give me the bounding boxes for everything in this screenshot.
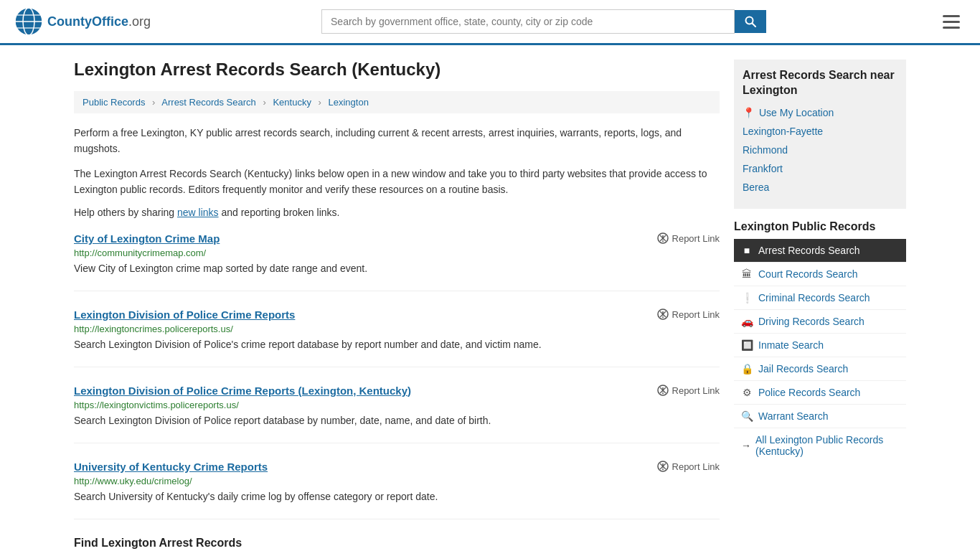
help-text-suffix: and reporting broken links. — [219, 207, 340, 218]
breadcrumb-public-records[interactable]: Public Records — [83, 97, 145, 108]
result-title-link[interactable]: University of Kentucky Crime Reports — [74, 461, 268, 473]
nearby-section: Arrest Records Search near Lexington 📍 U… — [734, 60, 906, 209]
report-link-button[interactable]: Report Link — [657, 461, 720, 472]
sidebar-record-item[interactable]: 🔍 Warrant Search — [734, 405, 906, 428]
result-title-row: Lexington Division of Police Crime Repor… — [74, 309, 720, 321]
record-link[interactable]: Criminal Records Search — [758, 292, 870, 303]
result-item: University of Kentucky Crime Reports Rep… — [74, 461, 720, 519]
sidebar-record-item[interactable]: 🚗 Driving Records Search — [734, 310, 906, 334]
page-title: Lexington Arrest Records Search (Kentuck… — [74, 60, 720, 80]
search-area — [321, 9, 766, 34]
breadcrumb-arrest-records[interactable]: Arrest Records Search — [161, 97, 256, 108]
record-label: Arrest Records Search — [758, 245, 860, 256]
sidebar-record-item[interactable]: ⚙ Police Records Search — [734, 381, 906, 405]
result-item: City of Lexington Crime Map Report Link … — [74, 232, 720, 291]
public-records-section: Lexington Public Records ■ Arrest Record… — [734, 220, 906, 463]
record-link[interactable]: Jail Records Search — [758, 363, 848, 375]
result-description: View City of Lexington crime map sorted … — [74, 261, 720, 276]
report-link-button[interactable]: Report Link — [657, 385, 720, 396]
record-icon: 🔒 — [741, 363, 753, 375]
help-text-prefix: Help others by sharing — [74, 207, 177, 218]
result-item: Lexington Division of Police Crime Repor… — [74, 385, 720, 443]
all-records-link[interactable]: All Lexington Public Records (Kentucky) — [755, 434, 899, 457]
menu-line-3 — [943, 27, 960, 29]
sidebar-record-item[interactable]: ❕ Criminal Records Search — [734, 286, 906, 310]
svg-point-16 — [662, 392, 664, 394]
sidebar-record-item[interactable]: ■ Arrest Records Search — [734, 239, 906, 263]
result-title-link[interactable]: Lexington Division of Police Crime Repor… — [74, 385, 411, 397]
breadcrumb-kentucky[interactable]: Kentucky — [273, 97, 311, 108]
report-link-button[interactable]: Report Link — [657, 309, 720, 320]
use-my-location-item[interactable]: 📍 Use My Location — [743, 107, 897, 118]
record-link[interactable]: Driving Records Search — [758, 316, 864, 327]
sidebar-record-item[interactable]: 🔲 Inmate Search — [734, 334, 906, 357]
result-url: https://lexingtonvictims.policereports.u… — [74, 400, 720, 410]
record-link[interactable]: Warrant Search — [758, 410, 829, 422]
find-section-title: Find Lexington Arrest Records — [74, 537, 720, 550]
record-link[interactable]: Police Records Search — [758, 387, 860, 398]
results-list: City of Lexington Crime Map Report Link … — [74, 232, 720, 519]
svg-point-13 — [662, 316, 664, 318]
record-icon: ❕ — [741, 292, 753, 303]
breadcrumb: Public Records › Arrest Records Search ›… — [74, 91, 720, 113]
intro-text: Perform a free Lexington, KY public arre… — [74, 125, 720, 157]
record-link[interactable]: Court Records Search — [758, 268, 858, 280]
result-description: Search Lexington Division of Police's cr… — [74, 337, 720, 352]
record-icon: 🔍 — [741, 410, 753, 422]
intro-text2: The Lexington Arrest Records Search (Ken… — [74, 166, 720, 198]
result-title-row: University of Kentucky Crime Reports Rep… — [74, 461, 720, 473]
svg-point-19 — [662, 468, 664, 470]
nearby-city-item: Frankfort — [743, 163, 897, 174]
sidebar-record-item[interactable]: 🏛 Court Records Search — [734, 263, 906, 286]
result-url: http://www.uky.edu/crimelog/ — [74, 476, 720, 486]
search-button[interactable] — [735, 10, 766, 33]
result-title-link[interactable]: City of Lexington Crime Map — [74, 232, 220, 245]
nearby-city-item: Lexington-Fayette — [743, 126, 897, 137]
menu-button[interactable] — [937, 12, 966, 32]
menu-line-1 — [943, 15, 960, 17]
location-dot-icon: 📍 — [743, 107, 755, 118]
record-icon: 🏛 — [741, 268, 753, 280]
nearby-city-item: Richmond — [743, 144, 897, 156]
result-title: University of Kentucky Crime Reports — [74, 461, 268, 473]
logo-area: CountyOffice.org — [14, 7, 151, 36]
main-container: Lexington Arrest Records Search (Kentuck… — [60, 45, 920, 551]
search-input[interactable] — [321, 9, 735, 34]
sidebar-record-item[interactable]: 🔒 Jail Records Search — [734, 357, 906, 381]
new-links-link[interactable]: new links — [177, 207, 219, 218]
nearby-city-link[interactable]: Richmond — [743, 144, 788, 156]
result-item: Lexington Division of Police Crime Repor… — [74, 309, 720, 367]
help-text: Help others by sharing new links and rep… — [74, 207, 720, 218]
svg-line-7 — [753, 24, 756, 27]
record-icon: ⚙ — [741, 387, 753, 398]
report-link-button[interactable]: Report Link — [657, 232, 720, 244]
svg-point-10 — [662, 240, 664, 242]
record-link[interactable]: Inmate Search — [758, 339, 824, 351]
report-icon — [657, 385, 669, 396]
result-title: City of Lexington Crime Map — [74, 232, 220, 245]
result-title: Lexington Division of Police Crime Repor… — [74, 385, 411, 397]
use-my-location-link[interactable]: Use My Location — [759, 107, 834, 118]
nearby-city-link[interactable]: Lexington-Fayette — [743, 126, 823, 137]
nearby-city-link[interactable]: Frankfort — [743, 163, 783, 174]
nearby-city-item: Berea — [743, 182, 897, 193]
result-title: Lexington Division of Police Crime Repor… — [74, 309, 295, 321]
logo-text: CountyOffice.org — [47, 14, 151, 29]
records-items-list: ■ Arrest Records Search 🏛 Court Records … — [734, 239, 906, 428]
report-icon — [657, 461, 669, 472]
logo-suffix: .org — [128, 14, 151, 29]
nearby-title: Arrest Records Search near Lexington — [743, 68, 897, 98]
breadcrumb-sep-3: › — [319, 97, 321, 108]
report-icon — [657, 309, 669, 320]
logo-icon — [14, 7, 43, 36]
nearby-city-link[interactable]: Berea — [743, 182, 769, 193]
result-title-row: City of Lexington Crime Map Report Link — [74, 232, 720, 245]
site-header: CountyOffice.org — [0, 0, 980, 45]
search-icon — [745, 16, 756, 27]
breadcrumb-lexington[interactable]: Lexington — [328, 97, 368, 108]
find-section: Find Lexington Arrest Records — [74, 537, 720, 550]
report-icon — [657, 232, 669, 244]
result-title-row: Lexington Division of Police Crime Repor… — [74, 385, 720, 397]
nearby-cities-list: Lexington-FayetteRichmondFrankfortBerea — [743, 126, 897, 193]
result-title-link[interactable]: Lexington Division of Police Crime Repor… — [74, 309, 295, 321]
